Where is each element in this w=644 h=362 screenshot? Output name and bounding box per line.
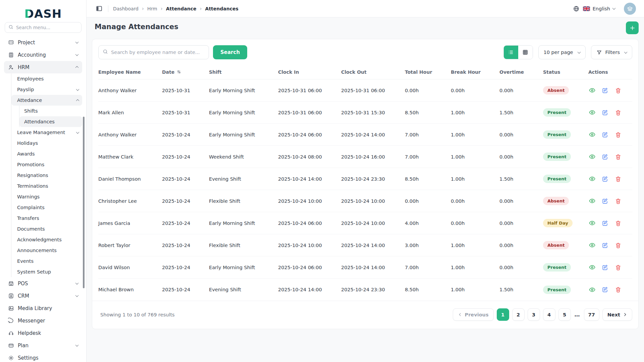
delete-button[interactable] <box>614 175 622 183</box>
delete-button[interactable] <box>614 197 622 205</box>
sidebar-item-project[interactable]: Project <box>4 36 82 49</box>
sidebar-item-documents[interactable]: Documents <box>11 224 82 234</box>
sidebar-item-plan[interactable]: Plan <box>4 339 82 352</box>
edit-button[interactable] <box>601 109 609 116</box>
page-button-77[interactable]: 77 <box>584 308 599 321</box>
grid-view-icon <box>522 49 528 55</box>
sidebar-item-system-setup[interactable]: System Setup <box>11 266 82 277</box>
panel-toggle-icon[interactable] <box>95 4 103 13</box>
edit-button[interactable] <box>601 220 609 227</box>
page-button-5[interactable]: 5 <box>558 308 571 321</box>
avatar[interactable] <box>624 3 636 15</box>
sidebar-item-accounting[interactable]: Accounting <box>4 49 82 61</box>
sidebar-item-warnings[interactable]: Warnings <box>11 191 82 202</box>
delete-button[interactable] <box>614 87 622 94</box>
calculator-icon <box>8 52 14 58</box>
view-button[interactable] <box>588 197 596 205</box>
previous-label: Previous <box>465 312 489 317</box>
sidebar-item-attendances[interactable]: Attendances <box>19 116 82 127</box>
search-button[interactable]: Search <box>213 45 247 59</box>
page-button-1[interactable]: 1 <box>497 308 509 321</box>
delete-button[interactable] <box>614 264 622 271</box>
cell-break-hour: 1.00h <box>451 265 499 270</box>
add-attendance-button[interactable] <box>626 21 639 34</box>
chevron-down-icon <box>612 6 616 10</box>
sidebar-item-awards[interactable]: Awards <box>11 148 82 159</box>
cell-shift: Weekend Shift <box>209 154 278 160</box>
view-button[interactable] <box>588 264 596 271</box>
view-button[interactable] <box>588 242 596 249</box>
sidebar-item-helpdesk[interactable]: Helpdesk <box>4 327 82 339</box>
delete-button[interactable] <box>614 131 622 138</box>
column-header-date[interactable]: Date <box>162 69 209 75</box>
edit-button[interactable] <box>601 197 609 205</box>
edit-button[interactable] <box>601 175 609 183</box>
sidebar-item-pos[interactable]: POS <box>4 277 82 290</box>
sidebar-item-events[interactable]: Events <box>11 256 82 266</box>
view-button[interactable] <box>588 87 596 94</box>
edit-button[interactable] <box>601 264 609 271</box>
cell-shift: Flexible Shift <box>209 243 278 248</box>
delete-button[interactable] <box>614 153 622 161</box>
delete-button[interactable] <box>614 109 622 116</box>
sidebar-item-payslip[interactable]: Payslip <box>11 84 82 95</box>
per-page-select[interactable]: 10 per page <box>538 45 586 59</box>
sidebar-item-crm[interactable]: CRM <box>4 290 82 302</box>
sidebar-item-media-library[interactable]: Media Library <box>4 302 82 314</box>
filters-button[interactable]: Filters <box>591 45 632 59</box>
table-search-input[interactable] <box>111 50 205 55</box>
sidebar-item-attedance[interactable]: Attedance <box>11 95 82 106</box>
sidebar-item-terminations[interactable]: Terminations <box>11 181 82 191</box>
edit-icon <box>602 154 608 160</box>
sidebar-item-leave-management[interactable]: Leave Management <box>11 127 82 138</box>
chevron-down-icon <box>75 53 79 56</box>
sidebar-item-complaints[interactable]: Complaints <box>11 202 82 213</box>
delete-button[interactable] <box>614 220 622 227</box>
cell-clock-out: 2025-10-24 14:00 <box>341 265 405 270</box>
view-button[interactable] <box>588 153 596 161</box>
edit-button[interactable] <box>601 131 609 138</box>
sidebar-item-employees[interactable]: Employees <box>11 73 82 84</box>
sidebar-item-hrm[interactable]: HRM <box>4 61 82 73</box>
previous-page-button[interactable]: Previous <box>453 308 494 321</box>
main-area: Dashboard › Hrm › Attendance › Attendanc… <box>87 0 644 362</box>
sidebar-item-announcements[interactable]: Announcements <box>11 245 82 256</box>
sidebar-item-resignations[interactable]: Resignations <box>11 170 82 181</box>
edit-button[interactable] <box>601 242 609 249</box>
sidebar-item-transfers[interactable]: Transfers <box>11 213 82 224</box>
edit-button[interactable] <box>601 286 609 293</box>
sidebar-search[interactable] <box>5 22 82 33</box>
edit-button[interactable] <box>601 153 609 161</box>
page-button-2[interactable]: 2 <box>512 308 525 321</box>
grid-view-button[interactable] <box>518 46 533 59</box>
sidebar-item-messenger[interactable]: Messenger <box>4 314 82 327</box>
sidebar-scrollbar[interactable] <box>83 117 85 288</box>
page-button-4[interactable]: 4 <box>543 308 555 321</box>
view-button[interactable] <box>588 286 596 293</box>
breadcrumb-separator: › <box>142 6 144 12</box>
column-header-shift: Shift <box>209 69 278 75</box>
globe-icon[interactable] <box>573 5 580 12</box>
list-view-button[interactable] <box>504 46 518 59</box>
page-button-3[interactable]: 3 <box>528 308 540 321</box>
language-selector[interactable]: English <box>583 6 615 11</box>
breadcrumb-hrm[interactable]: Hrm <box>147 6 157 11</box>
view-button[interactable] <box>588 109 596 116</box>
sidebar-item-promotions[interactable]: Promotions <box>11 159 82 170</box>
breadcrumb-dashboard[interactable]: Dashboard <box>113 6 139 11</box>
edit-button[interactable] <box>601 87 609 94</box>
view-button[interactable] <box>588 220 596 227</box>
delete-button[interactable] <box>614 242 622 249</box>
sidebar-search-input[interactable] <box>16 25 78 30</box>
gear-icon <box>8 355 14 361</box>
breadcrumb-attendance[interactable]: Attendance <box>166 6 197 11</box>
sidebar-item-shifts[interactable]: Shifts <box>19 106 82 116</box>
view-button[interactable] <box>588 175 596 183</box>
sidebar-item-settings[interactable]: Settings <box>4 352 82 362</box>
sidebar-item-holidays[interactable]: Holidays <box>11 138 82 148</box>
view-button[interactable] <box>588 131 596 138</box>
sidebar-item-acknowledgments[interactable]: Acknowledgments <box>11 234 82 245</box>
delete-button[interactable] <box>614 286 622 293</box>
next-page-button[interactable]: Next <box>602 308 632 321</box>
table-search[interactable] <box>98 45 209 59</box>
